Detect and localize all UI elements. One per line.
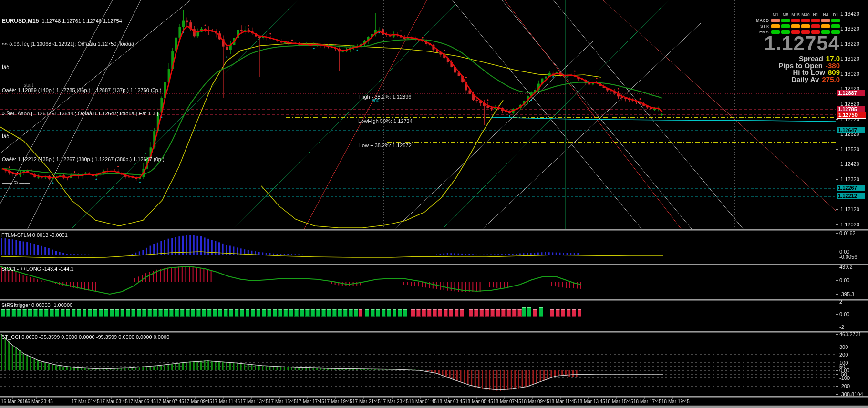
- tf-header-h4: H4: [821, 12, 830, 17]
- price-tag: 1.12750: [837, 112, 866, 119]
- time-axis-label: 18 Mar 07:45: [493, 399, 521, 404]
- time-axis-label: 18 Mar 09:45: [521, 399, 549, 404]
- time-axis-label: 18 Mar 15:45: [605, 399, 633, 404]
- daily-av-value: 275.0: [822, 75, 840, 83]
- signal-cell-macd-h4: [821, 19, 830, 22]
- time-axis-label: 17 Mar 11:45: [212, 399, 240, 404]
- price-axis-label: 1.13320: [840, 26, 859, 31]
- tf-header-m1: M1: [771, 12, 780, 17]
- price-axis-label: 1.12520: [840, 146, 859, 152]
- time-axis-label: 18 Mar 19:45: [661, 399, 690, 404]
- info-line: Íåò: [2, 133, 165, 139]
- stat-row-spread: Spread17.0: [749, 54, 840, 61]
- indicator-axis-label: -100: [839, 375, 850, 381]
- time-axis-label: 18 Mar 03:45: [437, 399, 465, 404]
- tf-header-m15: M15: [791, 12, 800, 17]
- time-axis-label: 18 Mar 05:45: [465, 399, 493, 404]
- info-line: »» ò.êð. Íèç [1.13068»1.12921]; Óðîâåíü …: [2, 41, 165, 47]
- signal-cell-macd-h1: [811, 19, 820, 22]
- signal-cell-macd-d1: [831, 19, 840, 22]
- time-axis-label: 16 Mar 2016: [1, 399, 28, 404]
- price-axis-label: 1.12320: [840, 176, 859, 182]
- price-tag: 1.12887: [837, 90, 865, 96]
- time-axis-label: 17 Mar 19:45: [324, 399, 352, 404]
- price-tag: 1.12267: [837, 185, 865, 191]
- signal-row-label-macd: MACD: [749, 18, 770, 23]
- indicator-axis-label: 300: [839, 344, 848, 350]
- tf-header-d1: D1: [831, 12, 840, 17]
- stat-row-pips-to-open: Pips to Open-380: [749, 61, 840, 69]
- daily-av-label: Daily Av: [791, 75, 819, 83]
- price-tag: 1.12647: [837, 127, 865, 133]
- info-line: » Ñèí. Áàðð [1.12617»1.12644]; Óðîâåíü 1…: [2, 111, 165, 116]
- signal-cell-str-h1: [811, 24, 820, 28]
- signal-cell-str-m30: [801, 24, 810, 28]
- info-line: —— © ——: [2, 180, 165, 185]
- fib-mid-label: LowHigh 50%: 1.12734: [358, 118, 413, 124]
- indicator-axis-label: -0.0056: [839, 254, 857, 260]
- chart-info-block: EURUSD,M15 1.12748 1.12761 1.12746 1.127…: [2, 1, 165, 203]
- indicator-axis-label: -308.8104: [839, 391, 863, 397]
- signal-cell-str-m15: [791, 24, 800, 28]
- stat-row-daily-av: Daily Av275.0: [749, 75, 840, 82]
- symbol-ohlc-line: EURUSD,M15 1.12748 1.12761 1.12746 1.127…: [2, 18, 165, 24]
- tf-header-m30: M30: [801, 12, 810, 17]
- tf-header-h1: H1: [811, 12, 820, 17]
- time-axis-label: 18 Mar 13:45: [577, 399, 605, 404]
- signal-cell-str-m5: [781, 24, 790, 28]
- market-dashboard: M1M5M15M30H1H4D1MACDSTREMA 1.12754 Sprea…: [749, 12, 840, 82]
- time-axis-label: 17 Mar 23:45: [381, 399, 409, 404]
- signal-cell-macd-m1: [771, 19, 780, 22]
- signal-cell-macd-m5: [781, 19, 790, 22]
- price-axis-label: 1.13220: [840, 41, 859, 47]
- time-axis-label: 18 Mar 17:45: [633, 399, 661, 404]
- price-axis-label: 1.13420: [840, 11, 859, 17]
- indicator-axis-label: -200: [839, 383, 850, 389]
- indicator-axis-label: -2: [839, 324, 844, 330]
- fib-low-label: Low + 38.2%: 1.12572: [359, 143, 412, 148]
- price-axis-label: 1.12420: [840, 161, 859, 167]
- info-line: Öåëè: 1.12212 (435p.) 1.12267 (380p.) 1.…: [2, 156, 165, 162]
- time-axis-label: 17 Mar 17:45: [296, 399, 324, 404]
- price-axis-label: 1.12020: [840, 222, 859, 227]
- signal-cell-str-m1: [771, 24, 780, 28]
- timeframe-signal-grid: M1M5M15M30H1H4D1MACDSTREMA: [749, 12, 840, 34]
- start-marker: start: [24, 82, 33, 88]
- indicator-axis-label: 0.00: [839, 311, 849, 317]
- signal-cell-str-h4: [821, 24, 830, 28]
- info-line: Íåò: [2, 64, 165, 70]
- indicator-axis-label: 0.0162: [839, 230, 856, 236]
- time-axis-label: 18 Mar 01:45: [409, 399, 437, 404]
- stcci2-panel-label: ST_CCI 0.0000 -95.3599 0.0000 0.0000 -95…: [1, 334, 169, 340]
- tf-header-m5: M5: [781, 12, 790, 17]
- signal-cell-macd-m15: [791, 19, 800, 22]
- time-axis-label: 17 Mar 07:45: [156, 399, 184, 404]
- indicator-axis-label: 439.2: [839, 264, 853, 270]
- ohlc-values: 1.12748 1.12761 1.12746 1.12754: [41, 18, 122, 24]
- time-axis-label: 17 Mar 03:45: [100, 399, 128, 404]
- time-axis-label: 18 Mar 11:45: [549, 399, 577, 404]
- time-axis-label: 17 Mar 05:45: [128, 399, 156, 404]
- stcci-panel-label: StCCI - ++LONG -143.4 -144.1: [1, 266, 74, 272]
- signal-row-label-str: STR: [749, 24, 770, 29]
- strsi-panel-label: StRSItrigger 0.00000 -1.00000: [1, 302, 72, 308]
- fib-high-label: High - 38.2%: 1.12896: [359, 94, 411, 100]
- time-axis-label: 17 Mar 21:45: [352, 399, 381, 404]
- price-axis-label: 1.13120: [840, 56, 859, 61]
- info-line: Öåëè: 1.12889 (140p.) 1.12785 (36p.) 1.1…: [2, 87, 165, 93]
- indicator-axis-label: 2: [839, 299, 842, 305]
- ftlm-panel-label: FTLM-STLM 0.0013 -0.0001: [1, 232, 68, 238]
- time-axis-label: 16 Mar 23:45: [25, 399, 53, 404]
- symbol-label: EURUSD,M15: [2, 18, 39, 24]
- signal-cell-str-d1: [831, 24, 840, 28]
- price-tag: 1.12212: [837, 193, 865, 199]
- time-axis-label: 17 Mar 15:45: [269, 399, 297, 404]
- time-axis-label: 17 Mar 09:45: [184, 399, 212, 404]
- price-axis-label: 1.13020: [840, 71, 859, 77]
- signal-cell-macd-m30: [801, 19, 810, 22]
- mt4-chart-window: EURUSD,M15 1.12748 1.12761 1.12746 1.127…: [0, 0, 868, 408]
- time-axis-label: 17 Mar 01:45: [72, 399, 100, 404]
- indicator-axis-label: -395.3: [839, 291, 854, 297]
- indicator-axis-label: 0.00: [839, 277, 849, 283]
- indicator-axis-label: 463.2731: [839, 331, 861, 337]
